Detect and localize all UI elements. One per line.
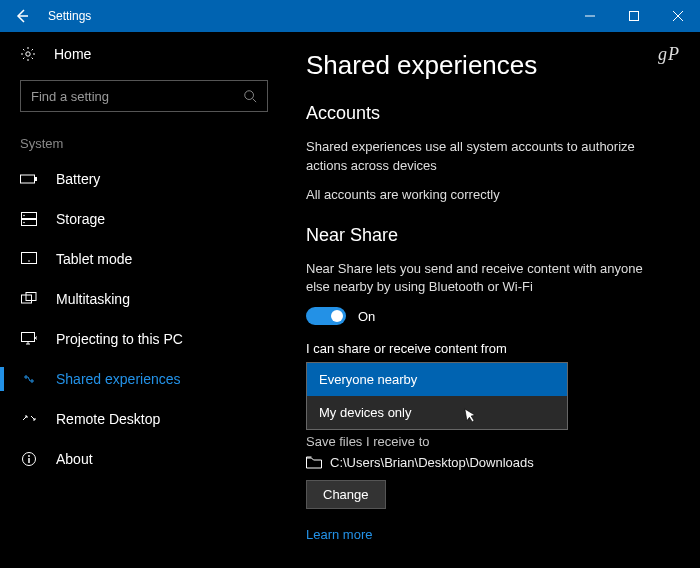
dropdown-option-everyone[interactable]: Everyone nearby xyxy=(307,363,567,396)
projecting-icon xyxy=(20,332,38,346)
svg-point-27 xyxy=(28,455,30,457)
svg-point-4 xyxy=(26,52,30,56)
accounts-heading: Accounts xyxy=(306,103,672,124)
save-location-label: Save files I receive to xyxy=(306,434,672,449)
search-box[interactable] xyxy=(20,80,268,112)
minimize-button[interactable] xyxy=(568,0,612,32)
gear-icon xyxy=(20,46,38,62)
page-title: Shared experiences xyxy=(306,50,672,81)
sidebar-item-shared-experiences[interactable]: Shared experiences xyxy=(0,359,268,399)
svg-point-13 xyxy=(245,91,254,100)
close-icon xyxy=(673,11,683,21)
near-share-toggle[interactable] xyxy=(306,307,346,325)
near-share-heading: Near Share xyxy=(306,225,672,246)
svg-point-20 xyxy=(23,222,25,224)
close-button[interactable] xyxy=(656,0,700,32)
sidebar-item-storage[interactable]: Storage xyxy=(0,199,268,239)
share-from-label: I can share or receive content from xyxy=(306,341,672,356)
window-title: Settings xyxy=(44,9,91,23)
home-label: Home xyxy=(54,46,91,62)
maximize-button[interactable] xyxy=(612,0,656,32)
sidebar-item-label: Battery xyxy=(56,171,100,187)
tablet-icon xyxy=(20,252,38,266)
multitasking-icon xyxy=(20,292,38,306)
cursor-icon xyxy=(464,406,479,424)
save-path-text: C:\Users\Brian\Desktop\Downloads xyxy=(330,455,534,470)
battery-icon xyxy=(20,173,38,185)
svg-rect-16 xyxy=(35,177,37,181)
save-path-row: C:\Users\Brian\Desktop\Downloads xyxy=(306,455,672,470)
minimize-icon xyxy=(585,11,595,21)
sidebar-item-tablet-mode[interactable]: Tablet mode xyxy=(0,239,268,279)
watermark: gP xyxy=(658,44,680,65)
shared-experiences-icon xyxy=(20,371,38,387)
remote-desktop-icon xyxy=(20,412,38,426)
content-pane: gP Shared experiences Accounts Shared ex… xyxy=(288,32,700,568)
sidebar-item-label: Multitasking xyxy=(56,291,130,307)
dropdown-option-my-devices[interactable]: My devices only xyxy=(307,396,567,429)
sidebar: Home System Battery Storage Tablet mode … xyxy=(0,32,288,568)
svg-rect-15 xyxy=(21,175,35,183)
info-icon xyxy=(20,451,38,467)
search-icon xyxy=(243,89,257,103)
svg-line-14 xyxy=(253,99,257,103)
toggle-knob xyxy=(331,310,343,322)
folder-icon xyxy=(306,456,322,469)
sidebar-item-battery[interactable]: Battery xyxy=(0,159,268,199)
back-button[interactable] xyxy=(0,0,44,32)
sidebar-item-label: Shared experiences xyxy=(56,371,181,387)
sidebar-item-label: Remote Desktop xyxy=(56,411,160,427)
sidebar-item-label: Tablet mode xyxy=(56,251,132,267)
share-from-dropdown[interactable]: Everyone nearby My devices only xyxy=(306,362,568,430)
learn-more-link[interactable]: Learn more xyxy=(306,527,372,542)
svg-point-22 xyxy=(28,260,30,262)
sidebar-item-label: Projecting to this PC xyxy=(56,331,183,347)
section-label: System xyxy=(20,136,268,151)
change-button[interactable]: Change xyxy=(306,480,386,509)
titlebar: Settings xyxy=(0,0,700,32)
svg-rect-1 xyxy=(630,12,639,21)
accounts-status: All accounts are working correctly xyxy=(306,186,666,205)
svg-rect-21 xyxy=(22,253,37,264)
home-link[interactable]: Home xyxy=(20,46,268,62)
svg-line-11 xyxy=(32,49,33,50)
sidebar-item-about[interactable]: About xyxy=(0,439,268,479)
toggle-state-label: On xyxy=(358,309,375,324)
svg-line-12 xyxy=(23,58,24,59)
near-share-desc: Near Share lets you send and receive con… xyxy=(306,260,666,298)
maximize-icon xyxy=(629,11,639,21)
sidebar-item-remote-desktop[interactable]: Remote Desktop xyxy=(0,399,268,439)
svg-line-10 xyxy=(32,58,33,59)
storage-icon xyxy=(20,212,38,226)
arrow-left-icon xyxy=(14,8,30,24)
sidebar-item-label: Storage xyxy=(56,211,105,227)
sidebar-item-projecting[interactable]: Projecting to this PC xyxy=(0,319,268,359)
sidebar-item-multitasking[interactable]: Multitasking xyxy=(0,279,268,319)
search-input[interactable] xyxy=(31,89,243,104)
sidebar-item-label: About xyxy=(56,451,93,467)
accounts-desc: Shared experiences use all system accoun… xyxy=(306,138,666,176)
svg-rect-25 xyxy=(22,333,35,342)
svg-line-9 xyxy=(23,49,24,50)
svg-point-19 xyxy=(23,215,25,217)
